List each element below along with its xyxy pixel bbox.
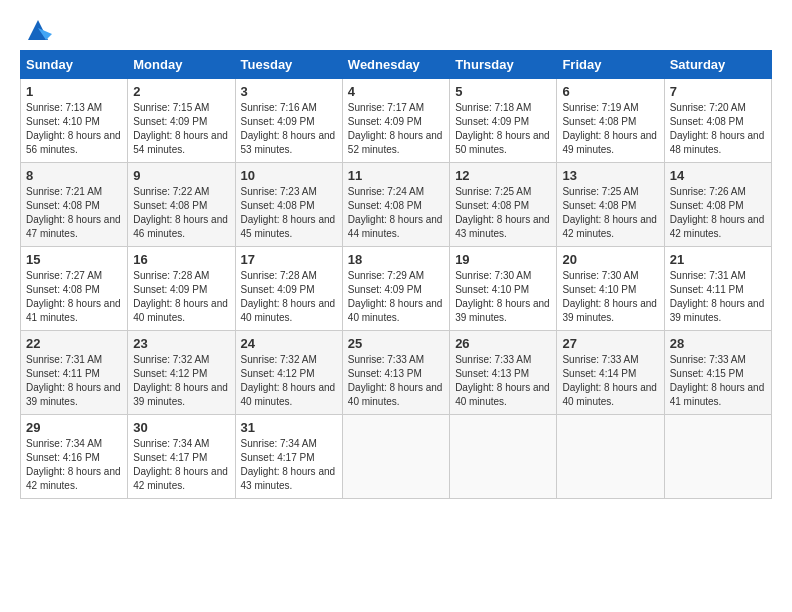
header-day-wednesday: Wednesday [342,51,449,79]
cell-info: Sunrise: 7:34 AMSunset: 4:17 PMDaylight:… [133,438,228,491]
calendar-cell: 10 Sunrise: 7:23 AMSunset: 4:08 PMDaylig… [235,163,342,247]
calendar-cell: 25 Sunrise: 7:33 AMSunset: 4:13 PMDaylig… [342,331,449,415]
cell-info: Sunrise: 7:21 AMSunset: 4:08 PMDaylight:… [26,186,121,239]
day-number: 5 [455,84,551,99]
cell-info: Sunrise: 7:26 AMSunset: 4:08 PMDaylight:… [670,186,765,239]
calendar-cell: 11 Sunrise: 7:24 AMSunset: 4:08 PMDaylig… [342,163,449,247]
calendar-cell: 18 Sunrise: 7:29 AMSunset: 4:09 PMDaylig… [342,247,449,331]
day-number: 13 [562,168,658,183]
cell-info: Sunrise: 7:20 AMSunset: 4:08 PMDaylight:… [670,102,765,155]
calendar-cell: 16 Sunrise: 7:28 AMSunset: 4:09 PMDaylig… [128,247,235,331]
calendar-cell: 26 Sunrise: 7:33 AMSunset: 4:13 PMDaylig… [450,331,557,415]
day-number: 15 [26,252,122,267]
day-number: 22 [26,336,122,351]
day-number: 24 [241,336,337,351]
cell-info: Sunrise: 7:34 AMSunset: 4:16 PMDaylight:… [26,438,121,491]
calendar-cell: 31 Sunrise: 7:34 AMSunset: 4:17 PMDaylig… [235,415,342,499]
header-day-monday: Monday [128,51,235,79]
cell-info: Sunrise: 7:22 AMSunset: 4:08 PMDaylight:… [133,186,228,239]
cell-info: Sunrise: 7:17 AMSunset: 4:09 PMDaylight:… [348,102,443,155]
header [20,16,772,40]
day-number: 2 [133,84,229,99]
cell-info: Sunrise: 7:23 AMSunset: 4:08 PMDaylight:… [241,186,336,239]
calendar-cell: 6 Sunrise: 7:19 AMSunset: 4:08 PMDayligh… [557,79,664,163]
day-number: 27 [562,336,658,351]
cell-info: Sunrise: 7:16 AMSunset: 4:09 PMDaylight:… [241,102,336,155]
cell-info: Sunrise: 7:32 AMSunset: 4:12 PMDaylight:… [241,354,336,407]
day-number: 23 [133,336,229,351]
calendar-cell: 3 Sunrise: 7:16 AMSunset: 4:09 PMDayligh… [235,79,342,163]
calendar-cell: 12 Sunrise: 7:25 AMSunset: 4:08 PMDaylig… [450,163,557,247]
day-number: 30 [133,420,229,435]
calendar-week-5: 29 Sunrise: 7:34 AMSunset: 4:16 PMDaylig… [21,415,772,499]
calendar-cell: 23 Sunrise: 7:32 AMSunset: 4:12 PMDaylig… [128,331,235,415]
cell-info: Sunrise: 7:13 AMSunset: 4:10 PMDaylight:… [26,102,121,155]
calendar-cell [342,415,449,499]
day-number: 12 [455,168,551,183]
calendar-cell: 21 Sunrise: 7:31 AMSunset: 4:11 PMDaylig… [664,247,771,331]
calendar-cell [557,415,664,499]
logo [20,16,52,40]
day-number: 19 [455,252,551,267]
header-day-friday: Friday [557,51,664,79]
calendar-cell: 1 Sunrise: 7:13 AMSunset: 4:10 PMDayligh… [21,79,128,163]
cell-info: Sunrise: 7:33 AMSunset: 4:13 PMDaylight:… [348,354,443,407]
cell-info: Sunrise: 7:30 AMSunset: 4:10 PMDaylight:… [562,270,657,323]
calendar-cell: 19 Sunrise: 7:30 AMSunset: 4:10 PMDaylig… [450,247,557,331]
day-number: 18 [348,252,444,267]
cell-info: Sunrise: 7:31 AMSunset: 4:11 PMDaylight:… [670,270,765,323]
day-number: 25 [348,336,444,351]
day-number: 7 [670,84,766,99]
calendar-table: SundayMondayTuesdayWednesdayThursdayFrid… [20,50,772,499]
header-day-tuesday: Tuesday [235,51,342,79]
cell-info: Sunrise: 7:15 AMSunset: 4:09 PMDaylight:… [133,102,228,155]
cell-info: Sunrise: 7:25 AMSunset: 4:08 PMDaylight:… [562,186,657,239]
calendar-cell: 24 Sunrise: 7:32 AMSunset: 4:12 PMDaylig… [235,331,342,415]
header-day-thursday: Thursday [450,51,557,79]
calendar-cell: 29 Sunrise: 7:34 AMSunset: 4:16 PMDaylig… [21,415,128,499]
calendar-week-4: 22 Sunrise: 7:31 AMSunset: 4:11 PMDaylig… [21,331,772,415]
calendar-cell: 17 Sunrise: 7:28 AMSunset: 4:09 PMDaylig… [235,247,342,331]
cell-info: Sunrise: 7:29 AMSunset: 4:09 PMDaylight:… [348,270,443,323]
calendar-cell [664,415,771,499]
calendar-cell: 22 Sunrise: 7:31 AMSunset: 4:11 PMDaylig… [21,331,128,415]
day-number: 28 [670,336,766,351]
calendar-cell: 20 Sunrise: 7:30 AMSunset: 4:10 PMDaylig… [557,247,664,331]
logo-icon [24,16,52,44]
header-row: SundayMondayTuesdayWednesdayThursdayFrid… [21,51,772,79]
day-number: 8 [26,168,122,183]
cell-info: Sunrise: 7:31 AMSunset: 4:11 PMDaylight:… [26,354,121,407]
day-number: 9 [133,168,229,183]
day-number: 14 [670,168,766,183]
cell-info: Sunrise: 7:33 AMSunset: 4:13 PMDaylight:… [455,354,550,407]
calendar-week-1: 1 Sunrise: 7:13 AMSunset: 4:10 PMDayligh… [21,79,772,163]
day-number: 31 [241,420,337,435]
cell-info: Sunrise: 7:28 AMSunset: 4:09 PMDaylight:… [241,270,336,323]
cell-info: Sunrise: 7:27 AMSunset: 4:08 PMDaylight:… [26,270,121,323]
calendar-cell: 7 Sunrise: 7:20 AMSunset: 4:08 PMDayligh… [664,79,771,163]
day-number: 17 [241,252,337,267]
calendar-cell: 14 Sunrise: 7:26 AMSunset: 4:08 PMDaylig… [664,163,771,247]
day-number: 1 [26,84,122,99]
calendar-cell: 27 Sunrise: 7:33 AMSunset: 4:14 PMDaylig… [557,331,664,415]
day-number: 26 [455,336,551,351]
calendar-cell: 9 Sunrise: 7:22 AMSunset: 4:08 PMDayligh… [128,163,235,247]
day-number: 16 [133,252,229,267]
header-day-sunday: Sunday [21,51,128,79]
calendar-week-2: 8 Sunrise: 7:21 AMSunset: 4:08 PMDayligh… [21,163,772,247]
day-number: 6 [562,84,658,99]
calendar-cell: 5 Sunrise: 7:18 AMSunset: 4:09 PMDayligh… [450,79,557,163]
cell-info: Sunrise: 7:33 AMSunset: 4:15 PMDaylight:… [670,354,765,407]
calendar-cell: 2 Sunrise: 7:15 AMSunset: 4:09 PMDayligh… [128,79,235,163]
calendar-cell: 30 Sunrise: 7:34 AMSunset: 4:17 PMDaylig… [128,415,235,499]
cell-info: Sunrise: 7:30 AMSunset: 4:10 PMDaylight:… [455,270,550,323]
cell-info: Sunrise: 7:19 AMSunset: 4:08 PMDaylight:… [562,102,657,155]
cell-info: Sunrise: 7:34 AMSunset: 4:17 PMDaylight:… [241,438,336,491]
cell-info: Sunrise: 7:18 AMSunset: 4:09 PMDaylight:… [455,102,550,155]
cell-info: Sunrise: 7:33 AMSunset: 4:14 PMDaylight:… [562,354,657,407]
calendar-cell: 13 Sunrise: 7:25 AMSunset: 4:08 PMDaylig… [557,163,664,247]
cell-info: Sunrise: 7:24 AMSunset: 4:08 PMDaylight:… [348,186,443,239]
calendar-cell [450,415,557,499]
day-number: 3 [241,84,337,99]
header-day-saturday: Saturday [664,51,771,79]
